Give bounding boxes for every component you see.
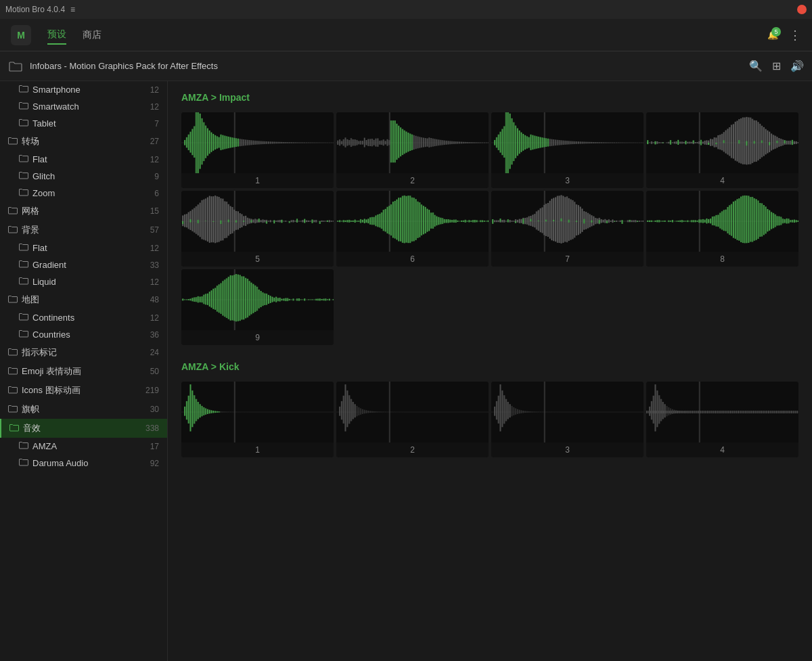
toolbar-icons: 🔍 ⊞ 🔊 [749, 60, 804, 72]
sound-icon[interactable]: 🔊 [790, 60, 804, 72]
waveform-card[interactable]: 6 [336, 191, 489, 267]
waveform-card[interactable]: 8 [646, 191, 798, 267]
sidebar-label: Continents [32, 313, 146, 323]
sidebar-label: 指示标记 [22, 346, 146, 359]
folder-icon [19, 260, 28, 270]
topnav: M 预设 商店 🔔 5 ⋮ [0, 19, 812, 51]
impact-title: Impact [219, 92, 250, 103]
waveform-label: 2 [336, 173, 489, 188]
waveform-canvas [181, 112, 334, 173]
sidebar-count: 24 [150, 348, 159, 357]
sidebar-item-flat[interactable]: Flat 12 [0, 240, 167, 256]
waveform-card[interactable]: 2 [336, 382, 489, 457]
nav-store[interactable]: 商店 [83, 26, 102, 44]
kick-title: Kick [219, 361, 240, 372]
sidebar-item-icons-图标动画[interactable]: Icons 图标动画 219 [0, 381, 167, 400]
nav-presets[interactable]: 预设 [47, 26, 66, 45]
sidebar-item-音效[interactable]: 音效 338 [0, 419, 167, 438]
sidebar-item-countries[interactable]: Countries 36 [0, 326, 167, 343]
folder-icon [8, 137, 18, 147]
grid-view-icon[interactable]: ⊞ [772, 60, 781, 72]
sidebar-label: 转场 [22, 135, 146, 147]
menu-icon[interactable]: ≡ [70, 5, 75, 14]
sidebar-item-continents[interactable]: Continents 12 [0, 309, 167, 326]
folder-icon [19, 458, 28, 468]
search-icon[interactable]: 🔍 [749, 60, 763, 72]
sidebar-item-指示标记[interactable]: 指示标记 24 [0, 343, 167, 362]
waveform-label: 1 [181, 173, 334, 188]
waveform-card[interactable]: 7 [491, 191, 644, 267]
sidebar-item-背景[interactable]: 背景 57 [0, 221, 167, 240]
sidebar-item-smartphone[interactable]: Smartphone 12 [0, 81, 167, 98]
folder-icon [19, 101, 28, 112]
sidebar-count: 33 [150, 260, 159, 270]
sidebar-count: 50 [150, 367, 159, 376]
waveform-label: 2 [336, 442, 489, 457]
sidebar-item-smartwatch[interactable]: Smartwatch 12 [0, 98, 167, 115]
waveform-label: 6 [336, 252, 489, 267]
sidebar-item-glitch[interactable]: Glitch 9 [0, 168, 167, 185]
sidebar-count: 27 [150, 137, 159, 146]
waveform-canvas [646, 191, 798, 252]
topnav-right: 🔔 5 ⋮ [767, 28, 801, 43]
waveform-label: 1 [181, 442, 334, 457]
sidebar-count: 92 [150, 459, 159, 468]
sidebar-label: Liquid [32, 277, 146, 287]
waveform-canvas [491, 191, 644, 252]
sidebar-item-gradient[interactable]: Gradient 33 [0, 256, 167, 273]
sidebar-item-liquid[interactable]: Liquid 12 [0, 273, 167, 290]
notification-bell[interactable]: 🔔 5 [767, 30, 778, 40]
folder-icon [8, 386, 18, 396]
waveform-card[interactable]: 4 [646, 382, 798, 457]
waveform-card[interactable]: 3 [491, 112, 644, 188]
kick-breadcrumb-prefix: AMZA > [181, 361, 219, 372]
folder-icon [19, 118, 28, 129]
sidebar-label: Flat [32, 154, 146, 164]
close-button[interactable] [797, 5, 807, 14]
waveform-canvas [646, 382, 798, 442]
sidebar-label: Glitch [32, 171, 150, 181]
folder-icon [8, 60, 23, 72]
sidebar-item-地图[interactable]: 地图 48 [0, 290, 167, 309]
sidebar-item-网格[interactable]: 网格 15 [0, 202, 167, 221]
sidebar-label: Smartphone [32, 85, 146, 95]
folder-icon [8, 405, 18, 415]
waveform-card[interactable]: 9 [181, 269, 334, 345]
sidebar-item-amza[interactable]: AMZA 17 [0, 438, 167, 455]
sidebar-label: 地图 [22, 294, 146, 306]
waveform-canvas [336, 112, 489, 173]
sidebar-item-旗帜[interactable]: 旗帜 30 [0, 400, 167, 419]
sidebar-count: 338 [145, 424, 159, 433]
sidebar-count: 57 [150, 225, 159, 235]
sidebar-count: 15 [150, 206, 159, 216]
sidebar-label: 背景 [22, 224, 146, 236]
content-title: Infobars - Motion Graphics Pack for Afte… [30, 61, 742, 71]
sidebar-count: 12 [150, 313, 159, 323]
sidebar-count: 9 [154, 172, 159, 181]
waveform-canvas [181, 382, 334, 442]
sidebar-label: 网格 [22, 205, 146, 217]
folder-icon [19, 243, 28, 253]
folder-icon [19, 441, 28, 451]
sidebar-item-zoom[interactable]: Zoom 6 [0, 185, 167, 202]
waveform-card[interactable]: 4 [646, 112, 798, 188]
sidebar-count: 12 [150, 155, 159, 164]
folder-icon [19, 313, 28, 323]
waveform-card[interactable]: 1 [181, 382, 334, 457]
sidebar-item-tablet[interactable]: Tablet 7 [0, 115, 167, 132]
folder-icon [19, 277, 28, 287]
waveform-card[interactable]: 3 [491, 382, 644, 457]
waveform-card[interactable]: 5 [181, 191, 334, 267]
folder-icon [8, 225, 18, 235]
sidebar-item-daruma-audio[interactable]: Daruma Audio 92 [0, 455, 167, 472]
waveform-card[interactable]: 2 [336, 112, 489, 188]
sidebar-item-转场[interactable]: 转场 27 [0, 132, 167, 151]
sidebar-count: 219 [145, 386, 159, 395]
sidebar-count: 12 [150, 277, 159, 287]
sidebar-item-emoji-表情动画[interactable]: Emoji 表情动画 50 [0, 362, 167, 381]
more-menu-icon[interactable]: ⋮ [789, 28, 801, 43]
waveform-card[interactable]: 1 [181, 112, 334, 188]
sidebar-item-flat[interactable]: Flat 12 [0, 151, 167, 168]
sidebar-label: 旗帜 [22, 403, 146, 415]
waveform-canvas [491, 382, 644, 442]
